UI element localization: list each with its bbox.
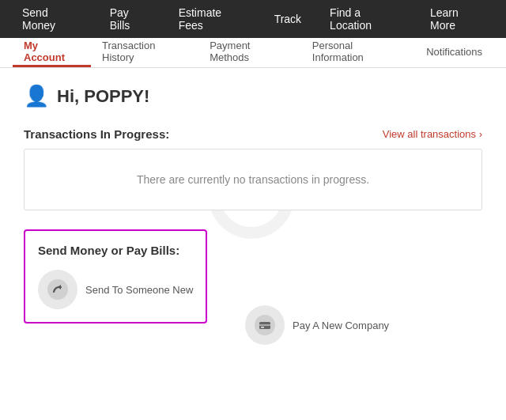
transactions-empty-message: There are currently no transactions in p… — [137, 173, 369, 186]
send-money-section: Send Money or Pay Bills: Send To Someone… — [24, 229, 207, 324]
main-content: ↺ 👤 Hi, POPPY! Transactions In Progress:… — [0, 68, 506, 420]
svg-point-0 — [47, 279, 68, 300]
send-money-title: Send Money or Pay Bills: — [38, 244, 193, 257]
view-all-label: View all transactions — [383, 128, 476, 140]
nav-pay-bills[interactable]: Pay Bills — [96, 0, 164, 38]
svg-rect-5 — [261, 327, 264, 328]
greeting-text: Hi, POPPY! — [57, 86, 149, 107]
transactions-title: Transactions In Progress: — [24, 127, 169, 141]
top-navigation: Send Money Pay Bills Estimate Fees Track… — [0, 0, 506, 38]
send-icon — [38, 270, 77, 309]
nav-find-location[interactable]: Find a Location — [315, 0, 416, 38]
transactions-header: Transactions In Progress: View all trans… — [24, 127, 482, 141]
subnav-payment-methods[interactable]: Payment Methods — [198, 38, 301, 67]
greeting-section: 👤 Hi, POPPY! — [24, 84, 482, 108]
user-icon: 👤 — [24, 84, 49, 108]
transactions-empty-box: There are currently no transactions in p… — [24, 149, 482, 210]
subnav-my-account[interactable]: My Account — [13, 38, 91, 67]
pay-new-company-label: Pay A New Company — [293, 320, 389, 331]
nav-estimate-fees[interactable]: Estimate Fees — [164, 0, 260, 38]
pay-new-company-button[interactable]: Pay A New Company — [245, 305, 389, 345]
transactions-section: Transactions In Progress: View all trans… — [24, 127, 482, 210]
subnav-transaction-history[interactable]: Transaction History — [91, 38, 198, 67]
pay-icon — [245, 305, 285, 345]
view-all-transactions-link[interactable]: View all transactions › — [383, 128, 482, 140]
subnav-personal-information[interactable]: Personal Information — [301, 38, 415, 67]
nav-track[interactable]: Track — [260, 0, 315, 38]
send-someone-new-button[interactable]: Send To Someone New — [38, 270, 193, 309]
svg-rect-4 — [259, 324, 270, 326]
sub-navigation: My Account Transaction History Payment M… — [0, 38, 506, 68]
chevron-right-icon: › — [479, 128, 482, 140]
nav-send-money[interactable]: Send Money — [8, 0, 96, 38]
send-someone-new-label: Send To Someone New — [85, 284, 193, 296]
subnav-notifications[interactable]: Notifications — [415, 38, 493, 67]
nav-learn-more[interactable]: Learn More — [416, 0, 498, 38]
action-buttons: Send To Someone New — [38, 270, 193, 309]
